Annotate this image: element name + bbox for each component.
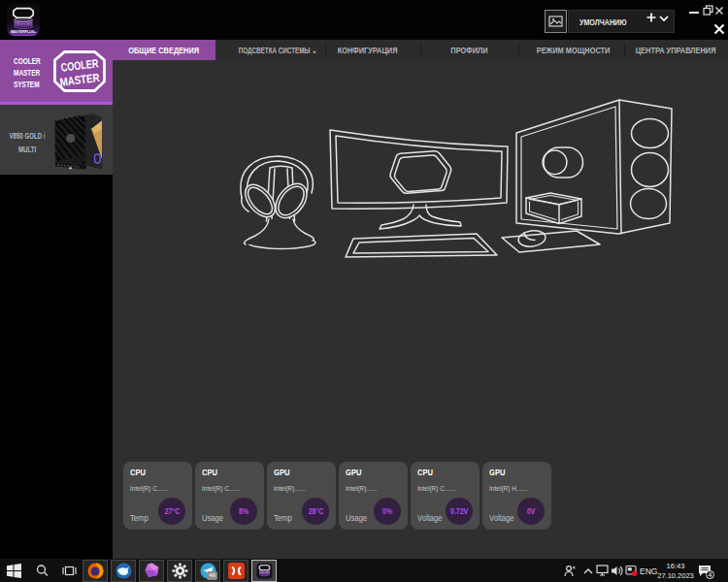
svg-text:4: 4: [709, 571, 712, 578]
